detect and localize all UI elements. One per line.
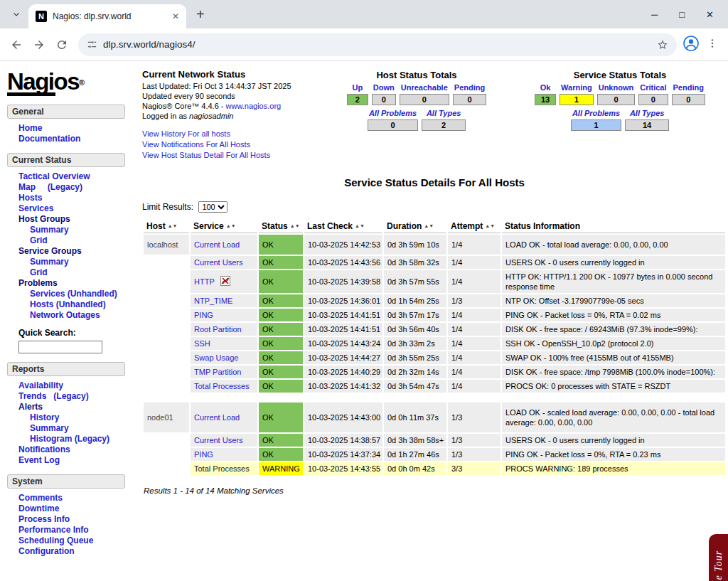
view-host-status-detail-link[interactable]: View Host Status Detail For All Hosts [142,151,270,159]
totals-count-pending[interactable]: 0 [453,94,486,105]
service-link-ping[interactable]: PING [194,311,213,319]
totals-count-all-types[interactable]: 14 [625,119,669,131]
limit-results-select[interactable]: 100 [198,201,228,213]
sort-ascending-icon[interactable]: ▲ [290,223,295,228]
service-link-tmp-partition[interactable]: TMP Partition [194,368,241,376]
reload-icon[interactable] [51,34,73,55]
quick-search-input[interactable] [18,341,102,353]
sidebar-item-map-legacy[interactable]: Map (Legacy) [18,182,129,193]
page-tour-tab[interactable]: Page Tour [709,534,728,581]
sort-ascending-icon[interactable]: ▲ [226,223,231,228]
sidebar-item-downtime[interactable]: Downtime [18,503,129,514]
profile-avatar-icon[interactable] [682,35,700,55]
totals-count-all-problems[interactable]: 1 [571,119,621,131]
service-link-ssh[interactable]: SSH [194,339,210,348]
service-link-swap-usage[interactable]: Swap Usage [194,353,238,362]
service-link-total-processes[interactable]: Total Processes [194,464,250,473]
sidebar-item-hosts[interactable]: Hosts [18,193,129,203]
sort-descending-icon[interactable]: ▼ [490,223,495,228]
nagios-org-link[interactable]: www.nagios.org [226,102,282,110]
service-link-current-users[interactable]: Current Users [194,258,242,267]
totals-count-unknown[interactable]: 0 [597,94,636,105]
sidebar-item-tactical-overview[interactable]: Tactical Overview [18,171,129,182]
sidebar-item-availability[interactable]: Availability [18,380,129,391]
sidebar-item-history[interactable]: History [30,412,129,423]
service-action-icon[interactable] [220,276,230,288]
close-button[interactable]: ✕ [706,9,714,20]
sort-ascending-icon[interactable]: ▲ [355,223,360,228]
view-notifications-link[interactable]: View Notifications For All Hosts [142,140,250,149]
totals-header-all-types[interactable]: All Types [421,109,466,117]
totals-header-pending[interactable]: Pending [452,83,487,92]
sort-ascending-icon[interactable]: ▲ [168,223,173,228]
sidebar-item-hosts-unhandled[interactable]: Hosts (Unhandled) [30,299,129,310]
sidebar-item-documentation[interactable]: Documentation [18,134,129,144]
site-settings-icon[interactable] [87,39,97,50]
totals-header-pending[interactable]: Pending [671,83,706,92]
new-tab-button[interactable]: + [192,6,209,23]
totals-header-unknown[interactable]: Unknown [596,83,636,92]
service-link-root-partition[interactable]: Root Partition [194,325,242,334]
host-link-localhost[interactable]: localhost [147,240,178,249]
totals-count-critical[interactable]: 0 [638,94,668,105]
sidebar-item-trends-legacy[interactable]: Trends (Legacy) [18,391,129,402]
totals-header-all-types[interactable]: All Types [624,109,670,117]
sidebar-item-event-log[interactable]: Event Log [18,455,129,466]
sidebar-item-notifications[interactable]: Notifications [18,444,129,455]
host-link-node01[interactable]: node01 [147,413,173,422]
minimize-button[interactable]: ─ [651,9,658,20]
forward-icon[interactable] [28,34,50,55]
sidebar-item-grid[interactable]: Grid [30,267,129,278]
totals-count-up[interactable]: 2 [347,94,368,105]
sort-descending-icon[interactable]: ▼ [360,223,365,228]
chevron-down-icon[interactable] [7,5,26,23]
menu-dots-icon[interactable] [707,38,718,52]
sort-descending-icon[interactable]: ▼ [231,223,236,228]
totals-count-down[interactable]: 0 [372,94,396,105]
totals-count-ok[interactable]: 13 [535,94,556,105]
sidebar-item-services-unhandled[interactable]: Services (Unhandled) [30,289,129,299]
totals-header-all-problems[interactable]: All Problems [570,109,622,117]
sidebar-item-configuration[interactable]: Configuration [18,546,129,557]
service-link-total-processes[interactable]: Total Processes [194,382,250,390]
totals-count-unreachable[interactable]: 0 [400,94,449,105]
sidebar-item-summary[interactable]: Summary [30,423,129,434]
service-link-ntp-time[interactable]: NTP_TIME [194,297,232,305]
totals-count-warning[interactable]: 1 [560,94,594,105]
totals-header-ok[interactable]: Ok [534,83,557,92]
sidebar-item-process-info[interactable]: Process Info [18,514,129,525]
browser-tab[interactable]: N Nagios: dlp.srv.world ✕ [28,4,186,28]
service-link-current-load[interactable]: Current Load [194,413,240,422]
totals-count-pending[interactable]: 0 [672,94,705,105]
service-link-current-load[interactable]: Current Load [194,240,240,249]
totals-header-critical[interactable]: Critical [638,83,668,92]
totals-count-all-problems[interactable]: 0 [368,119,418,131]
sidebar-item-grid[interactable]: Grid [30,235,129,246]
totals-header-all-problems[interactable]: All Problems [367,109,419,117]
url-text[interactable]: dlp.srv.world/nagios4/ [103,39,651,50]
view-history-link[interactable]: View History For all hosts [142,129,230,138]
sidebar-item-summary[interactable]: Summary [30,225,129,235]
totals-header-down[interactable]: Down [371,83,397,92]
back-icon[interactable] [6,34,27,55]
tab-close-icon[interactable]: ✕ [172,11,179,21]
totals-header-up[interactable]: Up [346,83,369,92]
sidebar-item-home[interactable]: Home [18,123,129,134]
bookmark-star-icon[interactable] [657,39,668,50]
sidebar-item-summary[interactable]: Summary [30,257,129,267]
sidebar-item-network-outages[interactable]: Network Outages [30,310,129,321]
service-link-http[interactable]: HTTP [194,277,215,286]
address-bar[interactable]: dlp.srv.world/nagios4/ [78,33,677,56]
sidebar-item-services[interactable]: Services [18,203,129,214]
totals-count-all-types[interactable]: 2 [422,119,466,131]
sidebar-item-performance-info[interactable]: Performance Info [18,525,129,535]
totals-header-warning[interactable]: Warning [559,83,594,92]
service-link-current-users[interactable]: Current Users [194,436,242,444]
sort-descending-icon[interactable]: ▼ [295,223,300,228]
service-link-ping[interactable]: PING [194,450,213,459]
maximize-button[interactable]: □ [679,9,685,20]
sidebar-item-scheduling-queue[interactable]: Scheduling Queue [18,535,129,546]
sort-descending-icon[interactable]: ▼ [173,223,178,228]
sidebar-item-histogram-legacy[interactable]: Histogram (Legacy) [30,434,129,444]
totals-header-unreachable[interactable]: Unreachable [399,83,450,92]
